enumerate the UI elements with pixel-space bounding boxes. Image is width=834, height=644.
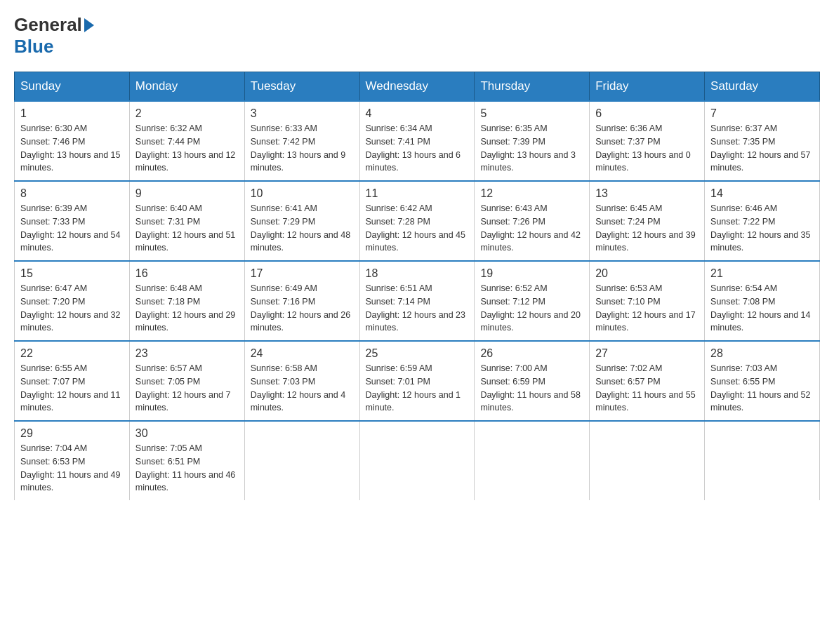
day-number: 30 <box>135 427 239 440</box>
day-info: Sunrise: 7:02 AMSunset: 6:57 PMDaylight:… <box>595 362 699 415</box>
calendar-table: SundayMondayTuesdayWednesdayThursdayFrid… <box>14 72 820 500</box>
calendar-cell: 8Sunrise: 6:39 AMSunset: 7:33 PMDaylight… <box>15 181 130 261</box>
day-info: Sunrise: 6:48 AMSunset: 7:18 PMDaylight:… <box>135 282 239 335</box>
calendar-cell: 6Sunrise: 6:36 AMSunset: 7:37 PMDaylight… <box>590 101 705 181</box>
day-number: 3 <box>251 107 354 120</box>
day-number: 4 <box>366 107 469 120</box>
calendar-cell: 20Sunrise: 6:53 AMSunset: 7:10 PMDayligh… <box>590 261 705 341</box>
header-saturday: Saturday <box>705 72 820 102</box>
day-info: Sunrise: 6:42 AMSunset: 7:28 PMDaylight:… <box>366 202 469 255</box>
day-number: 10 <box>251 187 354 200</box>
calendar-cell: 15Sunrise: 6:47 AMSunset: 7:20 PMDayligh… <box>15 261 130 341</box>
calendar-cell: 30Sunrise: 7:05 AMSunset: 6:51 PMDayligh… <box>129 421 244 500</box>
calendar-cell <box>475 421 590 500</box>
header-tuesday: Tuesday <box>244 72 359 102</box>
day-number: 16 <box>135 267 239 280</box>
day-number: 8 <box>20 187 124 200</box>
day-number: 12 <box>480 187 583 200</box>
calendar-cell: 1Sunrise: 6:30 AMSunset: 7:46 PMDaylight… <box>15 101 130 181</box>
day-info: Sunrise: 6:55 AMSunset: 7:07 PMDaylight:… <box>20 362 124 415</box>
day-info: Sunrise: 7:04 AMSunset: 6:53 PMDaylight:… <box>20 442 124 495</box>
day-number: 29 <box>20 427 124 440</box>
page-header: General Blue <box>14 14 820 58</box>
day-info: Sunrise: 6:33 AMSunset: 7:42 PMDaylight:… <box>251 122 354 175</box>
day-info: Sunrise: 6:59 AMSunset: 7:01 PMDaylight:… <box>366 362 469 415</box>
day-number: 28 <box>710 347 814 360</box>
day-number: 18 <box>366 267 469 280</box>
day-info: Sunrise: 6:30 AMSunset: 7:46 PMDaylight:… <box>20 122 124 175</box>
calendar-cell: 28Sunrise: 7:03 AMSunset: 6:55 PMDayligh… <box>705 341 820 421</box>
calendar-cell: 3Sunrise: 6:33 AMSunset: 7:42 PMDaylight… <box>244 101 359 181</box>
calendar-cell: 21Sunrise: 6:54 AMSunset: 7:08 PMDayligh… <box>705 261 820 341</box>
week-row-2: 8Sunrise: 6:39 AMSunset: 7:33 PMDaylight… <box>15 181 820 261</box>
week-row-1: 1Sunrise: 6:30 AMSunset: 7:46 PMDaylight… <box>15 101 820 181</box>
calendar-cell: 4Sunrise: 6:34 AMSunset: 7:41 PMDaylight… <box>359 101 475 181</box>
day-number: 26 <box>480 347 583 360</box>
day-info: Sunrise: 6:37 AMSunset: 7:35 PMDaylight:… <box>710 122 814 175</box>
calendar-cell: 12Sunrise: 6:43 AMSunset: 7:26 PMDayligh… <box>475 181 590 261</box>
calendar-cell: 9Sunrise: 6:40 AMSunset: 7:31 PMDaylight… <box>129 181 244 261</box>
day-number: 25 <box>366 347 469 360</box>
day-info: Sunrise: 6:40 AMSunset: 7:31 PMDaylight:… <box>135 202 239 255</box>
day-info: Sunrise: 6:32 AMSunset: 7:44 PMDaylight:… <box>135 122 239 175</box>
calendar-cell: 19Sunrise: 6:52 AMSunset: 7:12 PMDayligh… <box>475 261 590 341</box>
day-info: Sunrise: 6:53 AMSunset: 7:10 PMDaylight:… <box>595 282 699 335</box>
day-number: 1 <box>20 107 124 120</box>
day-info: Sunrise: 6:51 AMSunset: 7:14 PMDaylight:… <box>366 282 469 335</box>
day-number: 6 <box>595 107 699 120</box>
calendar-cell: 22Sunrise: 6:55 AMSunset: 7:07 PMDayligh… <box>15 341 130 421</box>
logo-arrow-icon <box>84 18 94 32</box>
day-number: 17 <box>251 267 354 280</box>
week-row-5: 29Sunrise: 7:04 AMSunset: 6:53 PMDayligh… <box>15 421 820 500</box>
calendar-cell: 29Sunrise: 7:04 AMSunset: 6:53 PMDayligh… <box>15 421 130 500</box>
calendar-cell: 27Sunrise: 7:02 AMSunset: 6:57 PMDayligh… <box>590 341 705 421</box>
day-number: 5 <box>480 107 583 120</box>
calendar-cell: 13Sunrise: 6:45 AMSunset: 7:24 PMDayligh… <box>590 181 705 261</box>
day-number: 21 <box>710 267 814 280</box>
day-number: 24 <box>251 347 354 360</box>
day-info: Sunrise: 6:52 AMSunset: 7:12 PMDaylight:… <box>480 282 583 335</box>
calendar-cell: 10Sunrise: 6:41 AMSunset: 7:29 PMDayligh… <box>244 181 359 261</box>
day-number: 23 <box>135 347 239 360</box>
header-sunday: Sunday <box>15 72 130 102</box>
day-number: 20 <box>595 267 699 280</box>
day-info: Sunrise: 6:46 AMSunset: 7:22 PMDaylight:… <box>710 202 814 255</box>
logo-blue-text: Blue <box>14 36 53 58</box>
logo: General Blue <box>14 14 96 58</box>
logo-general-text: General <box>14 14 82 36</box>
calendar-cell <box>359 421 475 500</box>
day-info: Sunrise: 7:00 AMSunset: 6:59 PMDaylight:… <box>480 362 583 415</box>
day-number: 19 <box>480 267 583 280</box>
calendar-cell: 5Sunrise: 6:35 AMSunset: 7:39 PMDaylight… <box>475 101 590 181</box>
calendar-cell: 25Sunrise: 6:59 AMSunset: 7:01 PMDayligh… <box>359 341 475 421</box>
day-info: Sunrise: 6:54 AMSunset: 7:08 PMDaylight:… <box>710 282 814 335</box>
day-number: 13 <box>595 187 699 200</box>
day-info: Sunrise: 6:57 AMSunset: 7:05 PMDaylight:… <box>135 362 239 415</box>
day-number: 15 <box>20 267 124 280</box>
calendar-cell: 16Sunrise: 6:48 AMSunset: 7:18 PMDayligh… <box>129 261 244 341</box>
day-number: 9 <box>135 187 239 200</box>
day-number: 11 <box>366 187 469 200</box>
day-info: Sunrise: 6:45 AMSunset: 7:24 PMDaylight:… <box>595 202 699 255</box>
calendar-cell <box>244 421 359 500</box>
calendar-cell: 23Sunrise: 6:57 AMSunset: 7:05 PMDayligh… <box>129 341 244 421</box>
day-info: Sunrise: 6:49 AMSunset: 7:16 PMDaylight:… <box>251 282 354 335</box>
calendar-cell: 18Sunrise: 6:51 AMSunset: 7:14 PMDayligh… <box>359 261 475 341</box>
day-number: 22 <box>20 347 124 360</box>
day-info: Sunrise: 6:35 AMSunset: 7:39 PMDaylight:… <box>480 122 583 175</box>
header-wednesday: Wednesday <box>359 72 475 102</box>
calendar-cell: 2Sunrise: 6:32 AMSunset: 7:44 PMDaylight… <box>129 101 244 181</box>
calendar-cell: 26Sunrise: 7:00 AMSunset: 6:59 PMDayligh… <box>475 341 590 421</box>
calendar-cell <box>705 421 820 500</box>
day-info: Sunrise: 7:05 AMSunset: 6:51 PMDaylight:… <box>135 442 239 495</box>
day-info: Sunrise: 7:03 AMSunset: 6:55 PMDaylight:… <box>710 362 814 415</box>
day-info: Sunrise: 6:41 AMSunset: 7:29 PMDaylight:… <box>251 202 354 255</box>
calendar-cell: 11Sunrise: 6:42 AMSunset: 7:28 PMDayligh… <box>359 181 475 261</box>
calendar-cell <box>590 421 705 500</box>
day-info: Sunrise: 6:47 AMSunset: 7:20 PMDaylight:… <box>20 282 124 335</box>
week-row-4: 22Sunrise: 6:55 AMSunset: 7:07 PMDayligh… <box>15 341 820 421</box>
day-number: 14 <box>710 187 814 200</box>
header-thursday: Thursday <box>475 72 590 102</box>
header-friday: Friday <box>590 72 705 102</box>
calendar-cell: 7Sunrise: 6:37 AMSunset: 7:35 PMDaylight… <box>705 101 820 181</box>
